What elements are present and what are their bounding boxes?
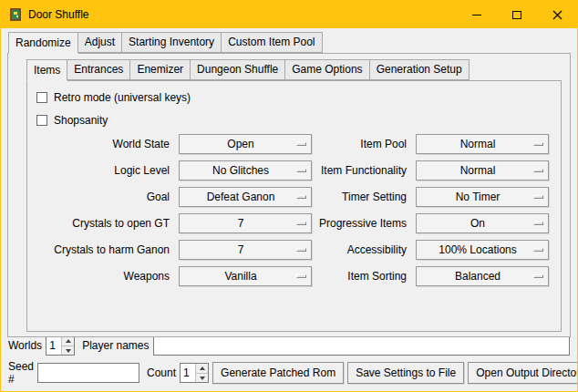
- dropdown-indicator-icon: [533, 248, 543, 252]
- seed-input[interactable]: [37, 363, 139, 383]
- dropdown-indicator-icon: [533, 274, 543, 278]
- spin-up-icon[interactable]: [196, 364, 208, 373]
- tab-enemizer[interactable]: Enemizer: [129, 59, 191, 80]
- accessibility-label: Accessibility: [319, 243, 408, 256]
- crystals-open-gt-dropdown[interactable]: 7: [179, 213, 312, 233]
- tab-generation-setup-label: Generation Setup: [377, 63, 462, 76]
- player-names-label: Player names: [82, 339, 149, 352]
- worlds-input[interactable]: [46, 336, 61, 355]
- dropdown-indicator-icon: [296, 274, 306, 278]
- generate-patched-rom-button[interactable]: Generate Patched Rom: [212, 362, 344, 384]
- open-output-directory-button[interactable]: Open Output Directory: [468, 362, 578, 384]
- logic-level-dropdown[interactable]: No Glitches: [179, 160, 312, 181]
- maximize-button[interactable]: [497, 1, 537, 28]
- tab-items-label: Items: [34, 64, 60, 77]
- count-spin-arrows: [195, 364, 208, 382]
- crystals-open-gt-label: Crystals to open GT: [38, 217, 171, 230]
- shopsanity-label: Shopsanity: [54, 114, 108, 127]
- tab-starting-inventory[interactable]: Starting Inventory: [121, 32, 222, 53]
- worlds-label: Worlds: [8, 339, 42, 352]
- save-settings-button[interactable]: Save Settings to File: [347, 362, 464, 384]
- titlebar: Door Shuffle: [1, 1, 577, 28]
- dropdown-indicator-icon: [296, 248, 306, 252]
- minimize-button[interactable]: [457, 1, 497, 28]
- retro-mode-checkbox[interactable]: [36, 92, 47, 103]
- logic-level-value: No Glitches: [212, 164, 278, 177]
- tab-dungeon-shuffle[interactable]: Dungeon Shuffle: [190, 59, 285, 80]
- tab-enemizer-label: Enemizer: [137, 63, 183, 76]
- item-sorting-label: Item Sorting: [319, 270, 408, 283]
- progressive-items-value: On: [470, 217, 494, 230]
- tab-items[interactable]: Items: [26, 59, 67, 81]
- tab-randomize[interactable]: Randomize: [8, 32, 78, 54]
- item-functionality-value: Normal: [460, 164, 505, 177]
- tab-game-options-label: Game Options: [292, 63, 362, 76]
- accessibility-value: 100% Locations: [439, 243, 525, 256]
- timer-setting-value: No Timer: [456, 191, 510, 203]
- main-tabbar: Randomize Adjust Starting Inventory Cust…: [8, 32, 577, 53]
- window-title: Door Shuffle: [28, 8, 89, 21]
- tab-adjust[interactable]: Adjust: [77, 32, 122, 53]
- player-names-input[interactable]: [153, 335, 571, 356]
- weapons-dropdown[interactable]: Vanilla: [179, 266, 312, 286]
- dropdown-indicator-icon: [296, 142, 306, 146]
- close-icon: [552, 10, 563, 20]
- item-functionality-dropdown[interactable]: Normal: [416, 160, 549, 181]
- goal-dropdown[interactable]: Defeat Ganon: [179, 187, 312, 207]
- crystals-harm-ganon-dropdown[interactable]: 7: [179, 240, 312, 260]
- window: Door Shuffle Randomize Adjust Starting I…: [0, 0, 578, 392]
- dropdown-indicator-icon: [533, 222, 543, 225]
- sub-tabbar: Items Entrances Enemizer Dungeon Shuffle…: [26, 59, 570, 80]
- worlds-row: Worlds Player names: [8, 335, 570, 356]
- item-pool-label: Item Pool: [319, 138, 408, 150]
- world-state-dropdown[interactable]: Open: [179, 134, 312, 154]
- spin-down-icon[interactable]: [62, 346, 74, 355]
- tab-adjust-label: Adjust: [85, 36, 115, 48]
- count-input[interactable]: [181, 364, 195, 382]
- seed-row: Seed # Count Generate Patched Rom Save S…: [8, 360, 570, 386]
- items-panel: Retro mode (universal keys) Shopsanity W…: [26, 80, 562, 332]
- crystals-harm-ganon-label: Crystals to harm Ganon: [38, 243, 171, 256]
- dropdown-indicator-icon: [296, 222, 306, 225]
- item-sorting-value: Balanced: [455, 270, 510, 283]
- seed-label: Seed #: [8, 360, 34, 386]
- timer-setting-dropdown[interactable]: No Timer: [416, 187, 549, 207]
- settings-grid: World State Open Item Pool Normal Logic …: [38, 134, 546, 286]
- item-sorting-dropdown[interactable]: Balanced: [416, 266, 549, 286]
- crystals-harm-ganon-value: 7: [238, 243, 253, 256]
- count-label: Count: [147, 366, 176, 379]
- retro-mode-label: Retro mode (universal keys): [54, 91, 191, 104]
- close-button[interactable]: [537, 1, 577, 28]
- crystals-open-gt-value: 7: [238, 217, 253, 230]
- item-pool-dropdown[interactable]: Normal: [416, 134, 549, 154]
- caption-buttons: [457, 1, 577, 28]
- tab-dungeon-shuffle-label: Dungeon Shuffle: [197, 63, 278, 76]
- world-state-value: Open: [227, 138, 263, 150]
- tab-game-options[interactable]: Game Options: [284, 59, 369, 80]
- count-spinner[interactable]: [180, 363, 209, 383]
- tab-randomize-label: Randomize: [15, 36, 71, 49]
- accessibility-dropdown[interactable]: 100% Locations: [416, 240, 549, 260]
- world-state-label: World State: [38, 138, 171, 150]
- tab-custom-item-pool[interactable]: Custom Item Pool: [221, 32, 322, 53]
- tab-entrances-label: Entrances: [74, 63, 123, 76]
- spin-down-icon[interactable]: [196, 373, 208, 382]
- tab-custom-item-pool-label: Custom Item Pool: [228, 36, 315, 48]
- retro-mode-row: Retro mode (universal keys): [36, 89, 561, 106]
- dropdown-indicator-icon: [533, 169, 543, 172]
- minimize-icon: [472, 15, 481, 15]
- weapons-value: Vanilla: [224, 270, 265, 283]
- dropdown-indicator-icon: [533, 142, 543, 146]
- progressive-items-dropdown[interactable]: On: [416, 213, 549, 233]
- goal-label: Goal: [38, 191, 171, 203]
- worlds-spin-arrows: [61, 336, 74, 355]
- item-pool-value: Normal: [460, 138, 505, 150]
- logic-level-label: Logic Level: [38, 164, 171, 177]
- worlds-spinner[interactable]: [46, 335, 75, 356]
- tab-entrances[interactable]: Entrances: [67, 59, 130, 80]
- item-functionality-label: Item Functionality: [319, 164, 408, 177]
- tab-starting-inventory-label: Starting Inventory: [129, 36, 214, 48]
- shopsanity-checkbox[interactable]: [36, 115, 47, 126]
- tab-generation-setup[interactable]: Generation Setup: [369, 59, 470, 80]
- spin-up-icon[interactable]: [62, 336, 74, 346]
